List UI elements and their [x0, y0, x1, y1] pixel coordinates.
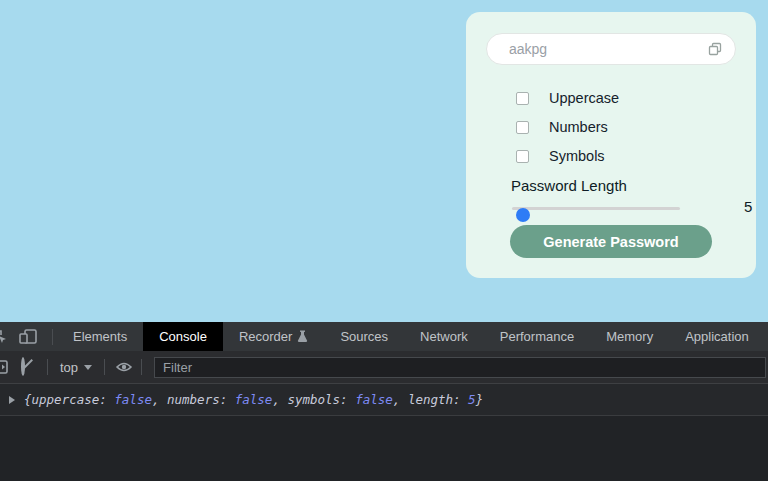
- tab-memory[interactable]: Memory: [590, 322, 669, 351]
- log-segment: false: [114, 392, 152, 407]
- console-toolbar: top: [0, 351, 768, 384]
- clear-console-icon[interactable]: [21, 359, 37, 375]
- password-length-label: Password Length: [511, 177, 627, 194]
- log-segment: }: [476, 392, 484, 407]
- devtools-tabbar: Elements Console Recorder Sources Networ…: [0, 322, 768, 351]
- password-generator-card: Uppercase Numbers Symbols Password Lengt…: [466, 12, 756, 278]
- tab-recorder[interactable]: Recorder: [223, 322, 324, 351]
- live-expression-eye-icon[interactable]: [115, 359, 131, 375]
- symbols-checkbox[interactable]: [516, 150, 529, 163]
- flask-icon: [297, 330, 308, 343]
- tab-elements[interactable]: Elements: [57, 322, 143, 351]
- toolbar-divider-3: [141, 359, 142, 375]
- password-length-value: 5: [744, 198, 752, 215]
- password-field-wrap: [486, 33, 736, 65]
- tab-recorder-label: Recorder: [239, 329, 292, 344]
- device-toolbar-icon[interactable]: [18, 328, 40, 346]
- log-segment: {uppercase:: [24, 392, 114, 407]
- console-object-preview[interactable]: {uppercase: false, numbers: false, symbo…: [24, 392, 483, 407]
- options-list: Uppercase Numbers Symbols: [516, 90, 619, 177]
- tabbar-divider: [52, 329, 53, 345]
- console-log-row: {uppercase: false, numbers: false, symbo…: [0, 384, 768, 416]
- devtools-tabs: Elements Console Recorder Sources Networ…: [57, 322, 765, 351]
- screen: Uppercase Numbers Symbols Password Lengt…: [0, 0, 768, 481]
- option-row-symbols: Symbols: [516, 148, 619, 164]
- expand-object-icon[interactable]: [9, 396, 15, 404]
- numbers-label: Numbers: [549, 119, 608, 135]
- toolbar-divider-1: [47, 359, 48, 375]
- option-row-numbers: Numbers: [516, 119, 619, 135]
- toolbar-divider-2: [104, 359, 105, 375]
- symbols-label: Symbols: [549, 148, 605, 164]
- uppercase-checkbox[interactable]: [516, 92, 529, 105]
- log-segment: false: [355, 392, 393, 407]
- uppercase-label: Uppercase: [549, 90, 619, 106]
- inspect-element-icon[interactable]: [0, 328, 10, 346]
- tab-performance[interactable]: Performance: [484, 322, 590, 351]
- javascript-context-dropdown[interactable]: top: [60, 360, 92, 375]
- tab-elements-label: Elements: [73, 329, 127, 344]
- tab-application[interactable]: Application: [669, 322, 765, 351]
- tab-performance-label: Performance: [500, 329, 574, 344]
- tab-console-label: Console: [159, 329, 207, 344]
- numbers-checkbox[interactable]: [516, 121, 529, 134]
- generate-password-button[interactable]: Generate Password: [510, 225, 712, 258]
- tab-application-label: Application: [685, 329, 749, 344]
- tab-network-label: Network: [420, 329, 468, 344]
- copy-icon[interactable]: [707, 41, 723, 57]
- context-label: top: [60, 360, 78, 375]
- log-segment: 5: [468, 392, 476, 407]
- password-length-slider-row: 5: [512, 200, 726, 216]
- tab-sources[interactable]: Sources: [324, 322, 404, 351]
- password-output-field[interactable]: [486, 33, 736, 65]
- slider-track[interactable]: [512, 207, 680, 210]
- option-row-uppercase: Uppercase: [516, 90, 619, 106]
- tab-console[interactable]: Console: [143, 322, 223, 351]
- tab-sources-label: Sources: [340, 329, 388, 344]
- slider-thumb[interactable]: [516, 208, 530, 222]
- log-segment: false: [235, 392, 273, 407]
- console-sidebar-icon[interactable]: [0, 359, 9, 375]
- devtools-panel: Elements Console Recorder Sources Networ…: [0, 322, 768, 481]
- log-segment: , numbers:: [152, 392, 235, 407]
- tab-network[interactable]: Network: [404, 322, 484, 351]
- log-segment: , symbols:: [272, 392, 355, 407]
- tab-memory-label: Memory: [606, 329, 653, 344]
- chevron-down-icon: [84, 365, 92, 370]
- log-segment: , length:: [393, 392, 468, 407]
- tabbar-icons: [0, 322, 48, 351]
- console-filter-input[interactable]: [154, 357, 766, 378]
